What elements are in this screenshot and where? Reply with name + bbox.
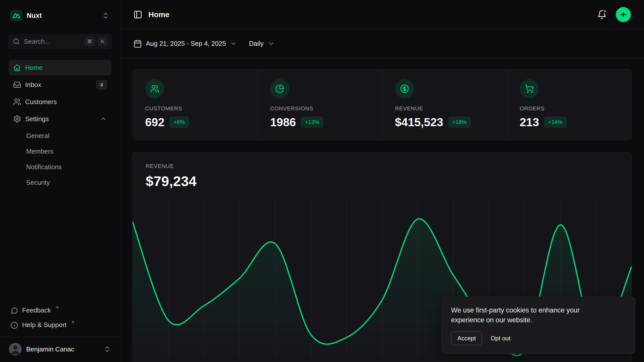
- stats-strip: CUSTOMERS 692 +6% CONVERSIONS 1986 +13%: [132, 69, 632, 140]
- date-range-picker[interactable]: Aug 21, 2025 - Sep 4, 2025: [133, 39, 237, 48]
- feedback-link[interactable]: Feedback: [9, 304, 111, 318]
- settings-subnav: General Members Notifications Security: [9, 128, 111, 190]
- stat-revenue[interactable]: REVENUE $415,523 +18%: [382, 69, 507, 140]
- cookie-banner: We use first-party cookies to enhance yo…: [442, 297, 635, 354]
- granularity-select[interactable]: Daily: [249, 40, 275, 48]
- shopping-cart-icon: [520, 79, 539, 98]
- stat-label: CUSTOMERS: [145, 105, 245, 112]
- sidebar-item-label: Home: [25, 64, 43, 72]
- sidebar-item-label: Inbox: [25, 81, 41, 89]
- stat-delta-badge: +14%: [544, 117, 567, 128]
- revenue-chart-label: REVENUE: [146, 163, 619, 169]
- stat-delta-badge: +13%: [301, 117, 323, 128]
- external-link-icon: [55, 305, 59, 310]
- chevron-up-icon: [100, 115, 107, 122]
- user-name: Benjamin Canac: [26, 345, 74, 353]
- stat-label: REVENUE: [395, 105, 494, 112]
- chevron-down-icon: [268, 40, 275, 47]
- sidebar-item-customers[interactable]: Customers: [9, 94, 111, 110]
- sidebar-footer: Feedback Help & Support: [0, 304, 120, 337]
- sidebar-item-label: General: [26, 132, 50, 140]
- granularity-label: Daily: [249, 40, 264, 48]
- date-range-label: Aug 21, 2025 - Sep 4, 2025: [146, 40, 226, 48]
- stat-value: 692: [145, 115, 165, 129]
- sidebar-item-notifications[interactable]: Notifications: [9, 159, 111, 174]
- stat-delta-badge: +18%: [448, 117, 471, 128]
- search-input[interactable]: [23, 37, 81, 46]
- sidebar-item-members[interactable]: Members: [9, 144, 111, 159]
- page-title: Home: [148, 10, 169, 19]
- sidebar-item-label: Members: [26, 148, 53, 155]
- inbox-icon: [13, 81, 21, 89]
- cookie-actions: Accept Opt out: [451, 332, 626, 345]
- search-icon: [13, 38, 20, 45]
- accept-button[interactable]: Accept: [451, 332, 482, 345]
- sidebar-item-label: Customers: [25, 98, 57, 106]
- stat-delta-badge: +6%: [170, 117, 189, 128]
- stat-conversions[interactable]: CONVERSIONS 1986 +13%: [257, 69, 382, 140]
- cookie-message: We use first-party cookies to enhance yo…: [451, 305, 602, 325]
- stat-value: $415,523: [395, 115, 443, 129]
- stat-customers[interactable]: CUSTOMERS 692 +6%: [133, 69, 257, 140]
- panel-left-icon[interactable]: [133, 10, 142, 19]
- stat-value: 213: [520, 115, 539, 129]
- search-input-wrapper[interactable]: ⌘ K: [9, 34, 111, 49]
- sidebar-item-general[interactable]: General: [9, 128, 111, 143]
- add-button[interactable]: [616, 7, 631, 22]
- notifications-button[interactable]: [597, 10, 607, 19]
- user-section: Benjamin Canac: [0, 337, 120, 362]
- user-menu[interactable]: Benjamin Canac: [5, 340, 115, 358]
- avatar: [9, 343, 22, 355]
- opt-out-button[interactable]: Opt out: [486, 332, 515, 345]
- kbd-k: K: [98, 37, 107, 46]
- calendar-icon: [133, 39, 142, 48]
- sidebar-item-home[interactable]: Home: [9, 60, 111, 75]
- sidebar-item-settings[interactable]: Settings: [9, 111, 111, 127]
- inbox-count-badge: 4: [96, 80, 107, 89]
- feedback-label: Feedback: [22, 306, 51, 314]
- sidebar: Nuxt ⌘ K Home Inb: [0, 0, 120, 362]
- header-actions: [597, 7, 631, 22]
- help-support-link[interactable]: Help & Support: [9, 319, 111, 333]
- workspace-name: Nuxt: [27, 12, 42, 20]
- gear-icon: [13, 115, 21, 123]
- users-icon: [145, 79, 164, 98]
- filter-bar: Aug 21, 2025 - Sep 4, 2025 Daily: [120, 29, 644, 58]
- info-circle-icon: [11, 322, 18, 329]
- revenue-chart-value: $79,234: [146, 173, 619, 189]
- chevrons-up-down-icon: [102, 12, 109, 19]
- help-support-label: Help & Support: [22, 321, 66, 329]
- notification-dot: [603, 9, 607, 13]
- sidebar-item-label: Notifications: [26, 163, 62, 171]
- home-icon: [13, 64, 21, 72]
- sidebar-item-security[interactable]: Security: [9, 175, 111, 190]
- chevrons-up-down-icon: [103, 345, 111, 353]
- stat-orders[interactable]: ORDERS 213 +14%: [507, 69, 632, 140]
- stat-label: CONVERSIONS: [270, 105, 370, 112]
- page-header: Home: [120, 0, 644, 29]
- sidebar-item-inbox[interactable]: Inbox 4: [9, 77, 111, 93]
- stat-label: ORDERS: [520, 105, 619, 112]
- workspace-switcher[interactable]: Nuxt: [9, 7, 111, 24]
- chevron-down-icon: [230, 40, 237, 47]
- stat-value: 1986: [270, 115, 296, 129]
- external-link-icon: [70, 320, 75, 325]
- kbd-command: ⌘: [85, 37, 95, 46]
- nuxt-logo: [11, 10, 22, 21]
- sidebar-item-label: Security: [26, 179, 50, 187]
- sidebar-nav: Home Inbox 4 Customers Settings: [0, 60, 120, 190]
- users-icon: [13, 98, 21, 106]
- dollar-circle-icon: [395, 79, 414, 98]
- pie-chart-icon: [270, 79, 289, 98]
- plus-icon: [619, 11, 627, 19]
- message-circle-icon: [11, 307, 18, 314]
- sidebar-item-label: Settings: [25, 115, 49, 123]
